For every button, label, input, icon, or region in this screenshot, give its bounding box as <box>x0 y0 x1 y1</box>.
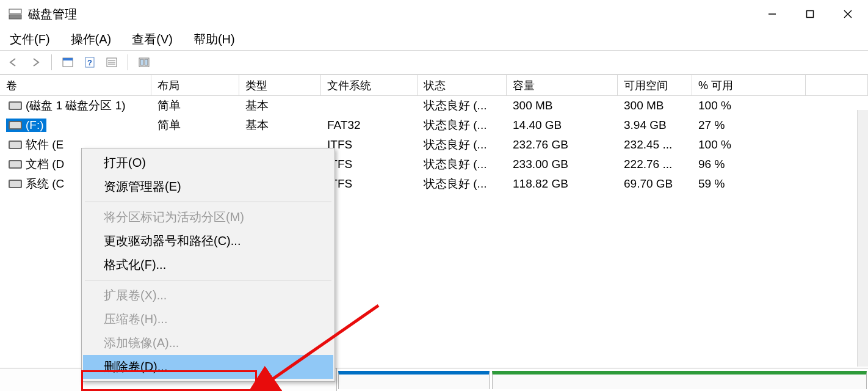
cell-fs: ITFS <box>321 138 418 152</box>
cell-pct: 100 % <box>692 99 806 112</box>
titlebar: 磁盘管理 <box>0 0 868 28</box>
cell-status: 状态良好 (... <box>418 156 507 172</box>
window-title: 磁盘管理 <box>28 6 747 23</box>
cell-pct: 100 % <box>692 138 806 152</box>
context-menu-item[interactable]: 删除卷(D)... <box>83 355 333 379</box>
disk-icon <box>9 101 22 110</box>
detail-view-button[interactable] <box>102 53 121 71</box>
col-volume[interactable]: 卷 <box>0 75 151 96</box>
help-button[interactable]: ? <box>80 53 99 71</box>
cell-free: 232.45 ... <box>618 138 692 152</box>
disk-icon <box>9 141 22 149</box>
context-menu-item[interactable]: 打开(O) <box>83 151 333 175</box>
cell-pct: 59 % <box>692 177 806 191</box>
col-percent[interactable]: % 可用 <box>692 75 806 96</box>
svg-rect-17 <box>145 59 148 65</box>
cell-status: 状态良好 (... <box>418 176 507 192</box>
refresh-button[interactable] <box>134 53 154 71</box>
nav-forward-button[interactable] <box>26 53 45 71</box>
disk-icon <box>9 160 22 169</box>
cell-status: 状态良好 (... <box>418 137 507 153</box>
context-menu-item[interactable]: 更改驱动器号和路径(C)... <box>83 229 333 253</box>
nav-back-button[interactable] <box>4 53 23 71</box>
col-free[interactable]: 可用空间 <box>618 75 692 96</box>
disk-map-segment-2[interactable] <box>492 371 867 389</box>
context-menu-item: 扩展卷(X)... <box>83 283 333 307</box>
col-status[interactable]: 状态 <box>418 75 507 96</box>
cell-fs: ITFS <box>321 158 418 171</box>
vol-name: 软件 (E <box>26 137 63 153</box>
context-menu-separator <box>85 202 331 202</box>
grid-header: 卷 布局 类型 文件系统 状态 容量 可用空间 % 可用 <box>0 75 868 96</box>
vertical-scrollbar[interactable] <box>857 110 868 367</box>
cell-cap: 233.00 GB <box>507 158 618 171</box>
table-row[interactable]: (F:)简单基本FAT32状态良好 (...14.40 GB3.94 GB27 … <box>0 115 868 135</box>
cell-cap: 14.40 GB <box>507 119 618 132</box>
svg-rect-3 <box>807 11 814 18</box>
menu-view[interactable]: 查看(V) <box>128 29 176 49</box>
close-button[interactable] <box>829 1 867 27</box>
cell-type: 基本 <box>239 117 321 133</box>
menubar: 文件(F) 操作(A) 查看(V) 帮助(H) <box>0 28 868 50</box>
vol-name: (磁盘 1 磁盘分区 1) <box>26 98 126 114</box>
cell-pct: 27 % <box>692 119 806 132</box>
context-menu-item: 添加镜像(A)... <box>83 331 333 355</box>
col-type[interactable]: 类型 <box>239 75 321 96</box>
vol-name: (F:) <box>26 119 44 132</box>
properties-button[interactable] <box>58 53 78 71</box>
svg-rect-8 <box>63 58 73 60</box>
cell-cap: 300 MB <box>507 99 618 112</box>
app-icon <box>9 7 22 21</box>
cell-layout: 简单 <box>151 117 239 133</box>
svg-rect-16 <box>140 59 143 65</box>
context-menu-item: 压缩卷(H)... <box>83 307 333 331</box>
cell-free: 3.94 GB <box>618 119 692 132</box>
cell-cap: 232.76 GB <box>507 138 618 152</box>
cell-status: 状态良好 (... <box>418 117 507 133</box>
cell-pct: 96 % <box>692 158 806 171</box>
vol-name: 系统 (C <box>26 176 64 192</box>
context-menu-item: 将分区标记为活动分区(M) <box>83 205 333 229</box>
context-menu-item[interactable]: 格式化(F)... <box>83 253 333 277</box>
cell-free: 222.76 ... <box>618 158 692 171</box>
cell-status: 状态良好 (... <box>418 98 507 114</box>
disk-map-segment-1[interactable] <box>338 371 490 389</box>
context-menu-separator <box>85 280 331 280</box>
table-row[interactable]: (磁盘 1 磁盘分区 1)简单基本状态良好 (...300 MB300 MB10… <box>0 96 868 115</box>
svg-text:?: ? <box>87 58 92 67</box>
cell-layout: 简单 <box>151 98 239 114</box>
toolbar: ? <box>0 50 868 75</box>
col-spacer <box>806 75 868 96</box>
svg-rect-1 <box>9 15 21 19</box>
svg-rect-0 <box>9 9 21 13</box>
menu-file[interactable]: 文件(F) <box>6 29 54 49</box>
cell-fs: ITFS <box>321 177 418 191</box>
minimize-button[interactable] <box>753 1 791 27</box>
cell-fs: FAT32 <box>321 119 418 132</box>
menu-help[interactable]: 帮助(H) <box>190 29 239 49</box>
cell-free: 300 MB <box>618 99 692 112</box>
cell-free: 69.70 GB <box>618 177 692 191</box>
col-filesystem[interactable]: 文件系统 <box>321 75 418 96</box>
vol-name: 文档 (D <box>26 156 64 172</box>
disk-icon <box>9 121 22 130</box>
cell-cap: 118.82 GB <box>507 177 618 191</box>
col-capacity[interactable]: 容量 <box>507 75 618 96</box>
menu-action[interactable]: 操作(A) <box>67 29 115 49</box>
disk-icon <box>9 180 22 188</box>
maximize-button[interactable] <box>791 1 829 27</box>
cell-type: 基本 <box>239 98 321 114</box>
context-menu-item[interactable]: 资源管理器(E) <box>83 175 333 199</box>
col-layout[interactable]: 布局 <box>151 75 239 96</box>
volume-context-menu[interactable]: 打开(O)资源管理器(E)将分区标记为活动分区(M)更改驱动器号和路径(C)..… <box>81 148 335 382</box>
